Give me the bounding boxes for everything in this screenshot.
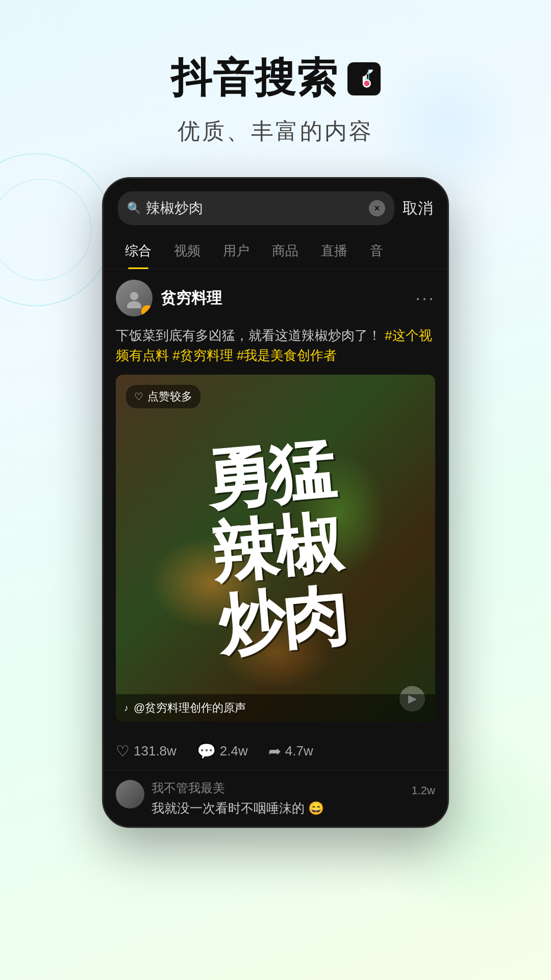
post-header: ✓ 贫穷料理 ··· <box>116 280 435 316</box>
tab-label-直播: 直播 <box>321 243 347 258</box>
video-bottom-bar: ♪ @贫穷料理创作的原声 <box>116 694 435 722</box>
commenter-name: 我不管我最美 <box>152 780 405 796</box>
phone-inner: 🔍 辣椒炒肉 × 取消 综合 视频 用户 <box>104 179 447 826</box>
svg-point-0 <box>364 81 369 86</box>
post-description: 下饭菜到底有多凶猛，就看这道辣椒炒肉了！ <box>116 328 381 343</box>
comment-content: 我不管我最美 我就没一次看时不咽唾沫的 😄 <box>152 780 405 817</box>
search-query-text: 辣椒炒肉 <box>146 199 364 218</box>
app-title-text: 抖音搜索 <box>171 51 338 106</box>
likes-badge: ♡ 点赞较多 <box>126 385 201 408</box>
tab-label-综合: 综合 <box>125 243 152 258</box>
share-count: 4.7w <box>285 743 313 759</box>
tab-商品[interactable]: 商品 <box>261 233 310 269</box>
post-text: 下饭菜到底有多凶猛，就看这道辣椒炒肉了！ #这个视频有点料 #贫穷料理 #我是美… <box>116 326 435 365</box>
comment-icon: 💬 <box>197 742 216 760</box>
tab-音频[interactable]: 音 <box>359 233 394 269</box>
commenter-avatar <box>116 780 144 808</box>
app-subtitle: 优质、丰富的内容 <box>0 116 551 146</box>
verified-badge: ✓ <box>141 305 153 316</box>
heart-icon: ♡ <box>134 390 143 403</box>
username-label: 贫穷料理 <box>161 288 222 309</box>
tiktok-logo-icon <box>347 62 381 95</box>
interaction-bar: ♡ 131.8w 💬 2.4w ➦ 4.7w <box>104 732 447 771</box>
search-input-box[interactable]: 🔍 辣椒炒肉 × <box>118 191 394 225</box>
tabs-area: 综合 视频 用户 商品 直播 音 <box>104 233 447 270</box>
svg-point-2 <box>127 301 141 308</box>
likes-badge-text: 点赞较多 <box>147 389 192 404</box>
clear-search-button[interactable]: × <box>369 200 385 216</box>
video-text-overlay: 勇猛辣椒炒肉 <box>116 375 435 722</box>
app-title: 抖音搜索 <box>0 51 551 106</box>
video-thumbnail[interactable]: 勇猛辣椒炒肉 ♡ 点赞较多 ▶ ♪ @贫穷料理创作 <box>116 375 435 722</box>
tab-用户[interactable]: 用户 <box>212 233 261 269</box>
comment-preview: 我不管我最美 我就没一次看时不咽唾沫的 😄 1.2w <box>104 771 447 826</box>
post-user-info[interactable]: ✓ 贫穷料理 <box>116 280 222 316</box>
comment-button[interactable]: 💬 2.4w <box>197 742 248 760</box>
tab-label-视频: 视频 <box>174 243 201 258</box>
tiktok-note-icon: ♪ <box>124 703 129 714</box>
header-section: 抖音搜索 优质、丰富的内容 <box>0 0 551 177</box>
cancel-search-button[interactable]: 取消 <box>403 198 433 219</box>
search-icon: 🔍 <box>127 202 141 215</box>
more-options-button[interactable]: ··· <box>415 287 435 309</box>
tab-label-音频: 音 <box>370 243 383 258</box>
heart-icon: ♡ <box>116 742 130 760</box>
comment-count: 2.4w <box>220 743 248 759</box>
phone-mockup: 🔍 辣椒炒肉 × 取消 综合 视频 用户 <box>102 177 449 828</box>
clear-icon: × <box>374 203 380 214</box>
like-button[interactable]: ♡ 131.8w <box>116 742 177 760</box>
tab-label-用户: 用户 <box>223 243 249 258</box>
share-icon: ➦ <box>268 742 281 760</box>
user-avatar: ✓ <box>116 280 153 316</box>
like-count: 131.8w <box>134 743 177 759</box>
video-calligraphy-text: 勇猛辣椒炒肉 <box>203 433 348 663</box>
tab-视频[interactable]: 视频 <box>163 233 212 269</box>
phone-container: 🔍 辣椒炒肉 × 取消 综合 视频 用户 <box>0 177 551 828</box>
content-area: ✓ 贫穷料理 ··· 下饭菜到底有多凶猛，就看这道辣椒炒肉了！ #这个视频有点料… <box>104 270 447 732</box>
share-button[interactable]: ➦ 4.7w <box>268 742 313 760</box>
tab-直播[interactable]: 直播 <box>310 233 359 269</box>
comment-stats: 1.2w <box>412 780 435 797</box>
comment-text: 我就没一次看时不咽唾沫的 😄 <box>152 799 405 817</box>
video-source-text: @贫穷料理创作的原声 <box>134 700 246 716</box>
svg-point-1 <box>130 292 138 300</box>
tab-label-商品: 商品 <box>272 243 298 258</box>
search-bar-area: 🔍 辣椒炒肉 × 取消 <box>104 179 447 233</box>
tab-综合[interactable]: 综合 <box>114 233 163 269</box>
